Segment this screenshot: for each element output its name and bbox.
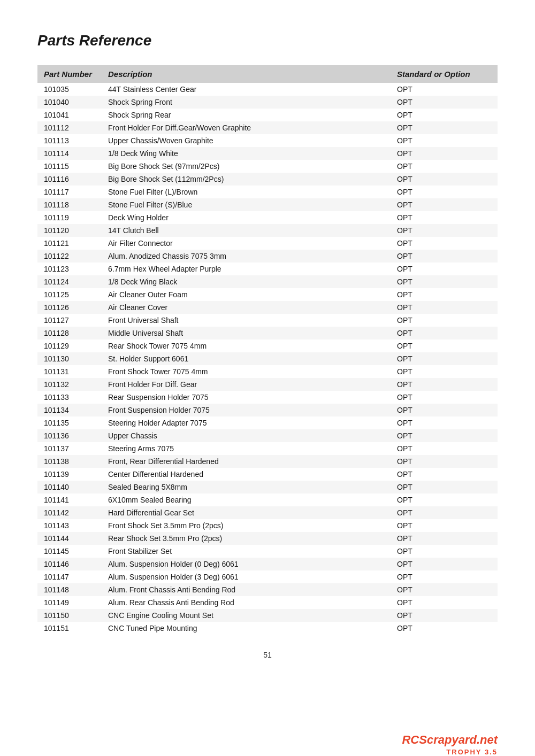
table-row: 101119Deck Wing HolderOPT xyxy=(37,211,498,224)
cell-description: Sealed Bearing 5X8mm xyxy=(102,481,391,493)
cell-standard: OPT xyxy=(391,109,498,121)
cell-standard: OPT xyxy=(391,506,498,519)
table-header-row: Part Number Description Standard or Opti… xyxy=(37,65,498,83)
cell-description: 44T Stainless Center Gear xyxy=(102,83,391,96)
table-row: 101149Alum. Rear Chassis Anti Bending Ro… xyxy=(37,596,498,609)
table-row: 101117Stone Fuel Filter (L)/BrownOPT xyxy=(37,186,498,198)
cell-description: Front Holder For Diff.Gear/Woven Graphit… xyxy=(102,121,391,134)
cell-description: Rear Shock Set 3.5mm Pro (2pcs) xyxy=(102,532,391,545)
table-row: 101118Stone Fuel Filter (S)/BlueOPT xyxy=(37,198,498,211)
trophy-logo: TROPHY 3.5 xyxy=(446,748,498,756)
table-row: 101040Shock Spring FrontOPT xyxy=(37,96,498,109)
cell-standard: OPT xyxy=(391,198,498,211)
cell-standard: OPT xyxy=(391,365,498,378)
cell-part-number: 101112 xyxy=(37,121,102,134)
cell-part-number: 101144 xyxy=(37,532,102,545)
cell-description: Rear Shock Tower 7075 4mm xyxy=(102,340,391,352)
cell-part-number: 101135 xyxy=(37,416,102,429)
table-row: 10112014T Clutch BellOPT xyxy=(37,224,498,237)
cell-standard: OPT xyxy=(391,173,498,186)
cell-part-number: 101143 xyxy=(37,519,102,532)
table-row: 101139Center Differential HardenedOPT xyxy=(37,468,498,481)
table-row: 101146Alum. Suspension Holder (0 Deg) 60… xyxy=(37,558,498,570)
cell-standard: OPT xyxy=(391,263,498,275)
table-row: 101116Big Bore Shock Set (112mm/2Pcs)OPT xyxy=(37,173,498,186)
table-row: 101150CNC Engine Cooling Mount SetOPT xyxy=(37,609,498,622)
cell-description: Shock Spring Rear xyxy=(102,109,391,121)
page-number: 51 xyxy=(37,651,498,659)
cell-description: Front Suspension Holder 7075 xyxy=(102,404,391,416)
page: Parts Reference Part Number Description … xyxy=(0,0,535,756)
cell-part-number: 101124 xyxy=(37,275,102,288)
table-row: 101142Hard Differential Gear SetOPT xyxy=(37,506,498,519)
cell-part-number: 101117 xyxy=(37,186,102,198)
cell-description: Deck Wing Holder xyxy=(102,211,391,224)
cell-part-number: 101122 xyxy=(37,250,102,263)
cell-description: Upper Chassis xyxy=(102,429,391,442)
cell-standard: OPT xyxy=(391,96,498,109)
cell-description: Air Cleaner Outer Foam xyxy=(102,288,391,301)
cell-description: 14T Clutch Bell xyxy=(102,224,391,237)
cell-part-number: 101123 xyxy=(37,263,102,275)
cell-standard: OPT xyxy=(391,468,498,481)
cell-part-number: 101041 xyxy=(37,109,102,121)
table-row: 101128Middle Universal ShaftOPT xyxy=(37,327,498,340)
table-row: 101144Rear Shock Set 3.5mm Pro (2pcs)OPT xyxy=(37,532,498,545)
cell-description: Front Shock Tower 7075 4mm xyxy=(102,365,391,378)
cell-standard: OPT xyxy=(391,545,498,558)
cell-part-number: 101139 xyxy=(37,468,102,481)
cell-part-number: 101129 xyxy=(37,340,102,352)
cell-standard: OPT xyxy=(391,224,498,237)
cell-part-number: 101150 xyxy=(37,609,102,622)
cell-standard: OPT xyxy=(391,378,498,391)
cell-standard: OPT xyxy=(391,160,498,173)
cell-description: Stone Fuel Filter (L)/Brown xyxy=(102,186,391,198)
table-row: 101133Rear Suspension Holder 7075OPT xyxy=(37,391,498,404)
cell-description: 1/8 Deck Wing Black xyxy=(102,275,391,288)
cell-part-number: 101134 xyxy=(37,404,102,416)
cell-standard: OPT xyxy=(391,121,498,134)
cell-standard: OPT xyxy=(391,186,498,198)
table-row: 101138Front, Rear Differential HardenedO… xyxy=(37,455,498,468)
cell-part-number: 101120 xyxy=(37,224,102,237)
cell-part-number: 101115 xyxy=(37,160,102,173)
cell-part-number: 101119 xyxy=(37,211,102,224)
header-description: Description xyxy=(102,65,391,83)
cell-standard: OPT xyxy=(391,404,498,416)
cell-description: 6.7mm Hex Wheel Adapter Purple xyxy=(102,263,391,275)
trophy-text: TROPHY xyxy=(446,748,485,756)
cell-part-number: 101138 xyxy=(37,455,102,468)
table-row: 101143Front Shock Set 3.5mm Pro (2pcs)OP… xyxy=(37,519,498,532)
cell-description: 6X10mm Sealed Bearing xyxy=(102,493,391,506)
cell-part-number: 101121 xyxy=(37,237,102,250)
cell-part-number: 101146 xyxy=(37,558,102,570)
cell-standard: OPT xyxy=(391,532,498,545)
cell-standard: OPT xyxy=(391,327,498,340)
cell-part-number: 101126 xyxy=(37,301,102,314)
cell-description: Center Differential Hardened xyxy=(102,468,391,481)
header-standard: Standard or Option xyxy=(391,65,498,83)
cell-standard: OPT xyxy=(391,455,498,468)
cell-standard: OPT xyxy=(391,134,498,147)
cell-part-number: 101128 xyxy=(37,327,102,340)
cell-part-number: 101147 xyxy=(37,570,102,583)
footer-brand: RCScrapyard.net TROPHY 3.5 xyxy=(402,733,498,756)
cell-part-number: 101131 xyxy=(37,365,102,378)
cell-standard: OPT xyxy=(391,314,498,327)
cell-part-number: 101148 xyxy=(37,583,102,596)
cell-description: 1/8 Deck Wing White xyxy=(102,147,391,160)
table-row: 101147Alum. Suspension Holder (3 Deg) 60… xyxy=(37,570,498,583)
cell-description: Front Stabilizer Set xyxy=(102,545,391,558)
table-row: 101131Front Shock Tower 7075 4mmOPT xyxy=(37,365,498,378)
table-row: 101115Big Bore Shock Set (97mm/2Pcs)OPT xyxy=(37,160,498,173)
table-row: 101112Front Holder For Diff.Gear/Woven G… xyxy=(37,121,498,134)
cell-standard: OPT xyxy=(391,583,498,596)
cell-part-number: 101145 xyxy=(37,545,102,558)
table-row: 101127Front Universal ShaftOPT xyxy=(37,314,498,327)
cell-description: Alum. Suspension Holder (0 Deg) 6061 xyxy=(102,558,391,570)
cell-standard: OPT xyxy=(391,493,498,506)
table-row: 1011236.7mm Hex Wheel Adapter PurpleOPT xyxy=(37,263,498,275)
cell-part-number: 101142 xyxy=(37,506,102,519)
cell-standard: OPT xyxy=(391,596,498,609)
cell-standard: OPT xyxy=(391,288,498,301)
